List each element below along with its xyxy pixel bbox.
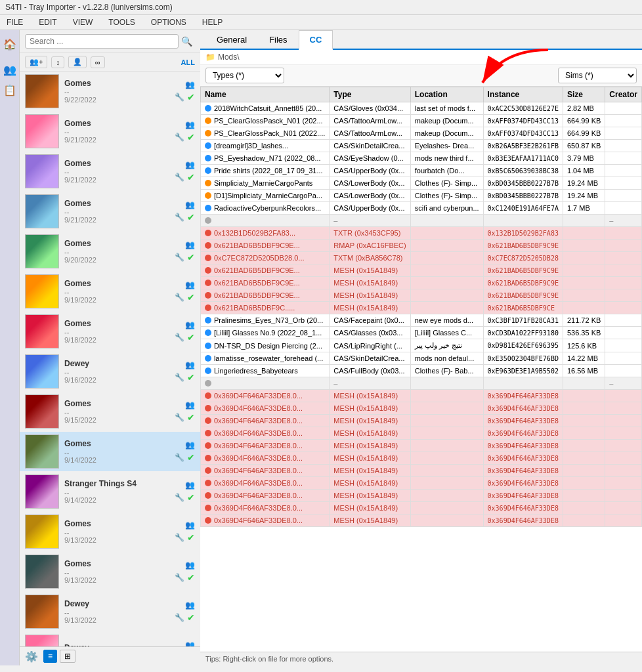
table-row[interactable]: Pralinesims_Eyes_N73_Orb (20... CAS/Face… xyxy=(200,314,641,327)
list-item[interactable]: Gomes -- 9/21/2022 👥 🔧 ✔ xyxy=(20,192,200,232)
add-person-icon[interactable]: 👥 xyxy=(185,400,195,410)
table-row[interactable]: 0x621BAD6B5DBF9C9E... MESH (0x15A1849) 0… xyxy=(200,264,641,277)
list-item[interactable]: Dewey -- 9/13/2022 👥 🔧 ✔ xyxy=(20,592,200,632)
table-row[interactable]: PS_ClearGlossPasck_N01 (202... CAS/Tatto… xyxy=(200,115,641,127)
table-row[interactable]: 0x369D4F646AF33DE8.0... MESH (0x15A1849)… xyxy=(200,402,641,415)
table-row[interactable]: 0x369D4F646AF33DE8.0... MESH (0x15A1849)… xyxy=(200,415,641,427)
add-person-icon[interactable]: 👥 xyxy=(185,160,195,169)
table-row[interactable]: RadioactiveCyberpunkRecolors... CAS/Uppe… xyxy=(200,202,641,215)
list-icon[interactable]: 📋 xyxy=(1,81,19,99)
tab-general[interactable]: General xyxy=(205,30,258,50)
tab-cc[interactable]: CC xyxy=(299,30,333,50)
list-item[interactable]: Gomes -- 9/15/2022 👥 🔧 ✔ xyxy=(20,392,200,432)
menu-tools[interactable]: TOOLS xyxy=(104,16,139,28)
table-row[interactable]: 0xC7EC872D5205DB28.0... TXTM (0xBA856C78… xyxy=(200,252,641,264)
add-person-icon[interactable]: 👥 xyxy=(185,560,195,570)
list-item[interactable]: Stranger Things S4 -- 9/14/2022 👥 🔧 ✔ xyxy=(20,472,200,512)
table-row[interactable]: [dreamgirl]3D_lashes... CAS/SkinDetailCr… xyxy=(200,140,641,152)
wrench-icon[interactable]: 🔧 xyxy=(175,333,184,342)
menu-edit[interactable]: EDIT xyxy=(35,16,60,28)
wrench-icon[interactable]: 🔧 xyxy=(175,493,184,502)
list-item[interactable]: Gomes -- 9/14/2022 👥 🔧 ✔ xyxy=(20,432,200,472)
table-row[interactable]: Simpliciaty_MarnieCargoPants CAS/LowerBo… xyxy=(200,177,641,190)
grid-view-button[interactable]: ⊞ xyxy=(60,650,75,663)
list-view-button[interactable]: ≡ xyxy=(43,650,57,663)
wrench-icon[interactable]: 🔧 xyxy=(175,253,184,262)
table-row[interactable]: Pride shirts (2022_08_17 09_31... CAS/Up… xyxy=(200,165,641,177)
tab-files[interactable]: Files xyxy=(258,30,298,50)
list-item[interactable]: Gomes -- 9/19/2022 👥 🔧 ✔ xyxy=(20,272,200,312)
wrench-icon[interactable]: 🔧 xyxy=(175,93,184,102)
table-row[interactable]: – – xyxy=(200,377,641,390)
table-row[interactable]: 0x369D4F646AF33DE8.0... MESH (0x15A1849)… xyxy=(200,490,641,502)
list-item[interactable]: Dewey -- 👥 🔧 ✔ xyxy=(20,632,200,646)
menu-view[interactable]: VIEW xyxy=(69,16,97,28)
menu-file[interactable]: FILE xyxy=(3,16,27,28)
list-item[interactable]: Gomes -- 9/13/2022 👥 🔧 ✔ xyxy=(20,512,200,552)
wrench-icon[interactable]: 🔧 xyxy=(175,293,184,302)
menu-help[interactable]: HELP xyxy=(198,16,226,28)
list-item[interactable]: Gomes -- 9/20/2022 👥 🔧 ✔ xyxy=(20,232,200,272)
table-row[interactable]: 0x369D4F646AF33DE8.0... MESH (0x15A1849)… xyxy=(200,477,641,490)
add-person-icon[interactable]: 👥 xyxy=(185,80,195,89)
list-item[interactable]: Gomes -- 9/18/2022 👥 🔧 ✔ xyxy=(20,312,200,352)
table-row[interactable]: 2018WitchCatsuit_Annett85 (20... CAS/Glo… xyxy=(200,102,641,115)
add-person-icon[interactable]: 👥 xyxy=(185,480,195,490)
list-item[interactable]: Gomes -- 9/22/2022 👥 🔧 ✔ xyxy=(20,72,200,112)
table-row[interactable]: – – xyxy=(200,215,641,227)
wrench-icon[interactable]: 🔧 xyxy=(175,413,184,422)
wrench-icon[interactable]: 🔧 xyxy=(175,573,184,582)
table-row[interactable]: 0x369D4F646AF33DE8.0... MESH (0x15A1849)… xyxy=(200,452,641,465)
add-person-icon[interactable]: 👥 xyxy=(185,280,195,289)
add-person-icon[interactable]: 👥 xyxy=(185,600,195,610)
table-row[interactable]: 0x369D4F646AF33DE8.0... MESH (0x15A1849)… xyxy=(200,440,641,452)
table-row[interactable]: PS_Eyeshadow_N71 (2022_08... CAS/EyeShad… xyxy=(200,152,641,165)
table-row[interactable]: Lingeriedress_Babyetears CAS/FullBody (0… xyxy=(200,365,641,377)
table-row[interactable]: DN-TSR_DS Design Piercing (2... CAS/LipR… xyxy=(200,339,641,352)
table-row[interactable]: 0x369D4F646AF33DE8.0... MESH (0x15A1849)… xyxy=(200,390,641,402)
menu-options[interactable]: OPTIONS xyxy=(147,16,190,28)
list-item[interactable]: Gomes -- 9/21/2022 👥 🔧 ✔ xyxy=(20,112,200,152)
table-row[interactable]: 0x132B1D5029B2FA83... TXTR (0x3453CF95) … xyxy=(200,227,641,240)
table-row[interactable]: [D1]Simpliciaty_MarnieCargoPa... CAS/Low… xyxy=(200,190,641,202)
wrench-icon[interactable]: 🔧 xyxy=(175,453,184,462)
table-row[interactable]: PS_ClearGlossPack_N01 (2022.... CAS/Tatt… xyxy=(200,127,641,140)
table-row[interactable]: 0x621BAD6B5DBF9C9E... MESH (0x15A1849) 0… xyxy=(200,289,641,302)
search-input[interactable] xyxy=(25,34,179,49)
table-row[interactable]: 0x369D4F646AF33DE8.0... MESH (0x15A1849)… xyxy=(200,502,641,514)
add-person-icon[interactable]: 👥 xyxy=(185,520,195,530)
wrench-icon[interactable]: 🔧 xyxy=(175,133,184,142)
add-person-icon[interactable]: 👥 xyxy=(185,440,195,450)
types-filter[interactable]: Types (*) xyxy=(205,68,284,83)
add-person-icon[interactable]: 👥 xyxy=(185,640,195,646)
users-icon[interactable]: 👥 xyxy=(1,61,19,79)
table-row[interactable]: lamatisse_rosewater_forehead (... CAS/Sk… xyxy=(200,352,641,365)
sort-button[interactable]: ↕️ xyxy=(51,56,64,68)
table-row[interactable]: [Liliil] Glasses No.9 (2022_08_1... CAS/… xyxy=(200,327,641,339)
wrench-icon[interactable]: 🔧 xyxy=(175,613,184,622)
wrench-icon[interactable]: 🔧 xyxy=(175,533,184,542)
wrench-icon[interactable]: 🔧 xyxy=(175,213,184,222)
sims-filter[interactable]: Sims (*) xyxy=(558,68,637,83)
table-row[interactable]: 0x369D4F646AF33DE8.0... MESH (0x15A1849)… xyxy=(200,514,641,527)
add-person-icon[interactable]: 👥 xyxy=(185,360,195,369)
search-button[interactable]: 🔍 xyxy=(179,35,195,48)
table-row[interactable]: 0x621BAD6B5DBF9C9E... MESH (0x15A1849) 0… xyxy=(200,277,641,289)
list-item[interactable]: Gomes -- 9/13/2022 👥 🔧 ✔ xyxy=(20,552,200,592)
list-item[interactable]: Dewey -- 9/16/2022 👥 🔧 ✔ xyxy=(20,352,200,392)
add-person-icon[interactable]: 👥 xyxy=(185,120,195,129)
add-group-button[interactable]: 👥+ xyxy=(25,56,47,68)
add-person-icon[interactable]: 👥 xyxy=(185,200,195,209)
all-button[interactable]: ALL xyxy=(181,58,195,66)
wrench-icon[interactable]: 🔧 xyxy=(175,373,184,382)
table-row[interactable]: 0x369D4F646AF33DE8.0... MESH (0x15A1849)… xyxy=(200,465,641,477)
list-item[interactable]: Gomes -- 9/21/2022 👥 🔧 ✔ xyxy=(20,152,200,192)
add-person-icon[interactable]: 👥 xyxy=(185,240,195,249)
add-person-icon[interactable]: 👥 xyxy=(185,320,195,329)
wrench-icon[interactable]: 🔧 xyxy=(175,173,184,182)
table-row[interactable]: 0x621BAD6B5DBF9C9E... RMAP (0xAC16FBEC) … xyxy=(200,240,641,252)
table-row[interactable]: 0x621BAD6B5DBF9C..... MESH (0x15A1849) 0… xyxy=(200,302,641,314)
infinity-button[interactable]: ∞ xyxy=(91,56,105,68)
table-row[interactable]: 0x369D4F646AF33DE8.0... MESH (0x15A1849)… xyxy=(200,427,641,440)
gear-icon[interactable]: ⚙️ xyxy=(25,650,38,663)
